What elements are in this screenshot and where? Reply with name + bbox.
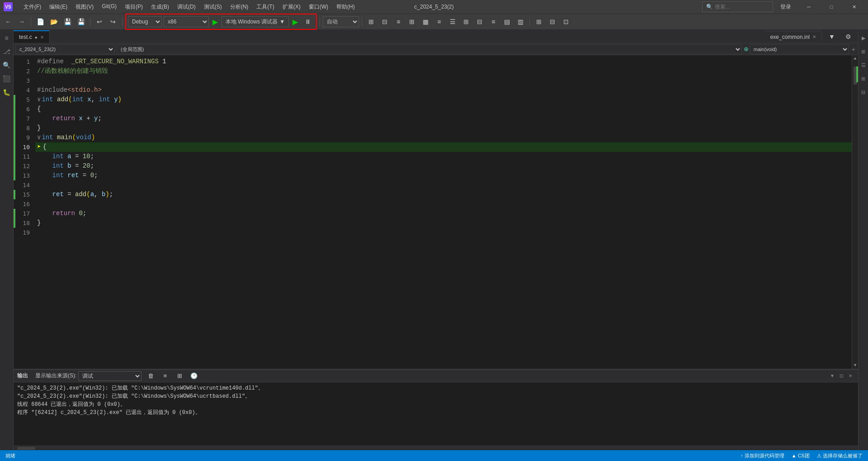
forward-button[interactable]: → [15,15,28,28]
menu-window[interactable]: 窗口(W) [305,1,332,13]
menu-bar: 文件(F) 编辑(E) 视图(V) Git(G) 项目(P) 生成(B) 调试(… [20,1,359,13]
auto-select[interactable]: 自动 [323,16,359,27]
breadcrumb-scope-select[interactable]: (全局范围) [117,44,742,54]
menu-project[interactable]: 项目(P) [121,1,146,13]
menu-test[interactable]: 测试(S) [200,1,226,13]
code-content[interactable]: #define _CRT_SECURE_NO_WARNINGS 1 //函数栈帧… [33,55,852,369]
maximize-button[interactable]: □ [821,0,842,14]
output-time-btn[interactable]: 🕐 [189,371,199,381]
toolbar-btn-8[interactable]: ⊞ [460,15,472,28]
vs-logo: VS [4,2,13,11]
toolbar-btn-9[interactable]: ⊟ [473,15,486,28]
right-sidebar-btn-1[interactable]: ▶ [857,32,868,44]
menu-analyze[interactable]: 分析(N) [226,1,252,13]
toolbar-btn-5[interactable]: ▦ [419,15,432,28]
save-button[interactable]: 💾 [61,15,74,28]
user-login[interactable]: 登录 [777,3,795,11]
menu-file[interactable]: 文件(F) [20,1,45,13]
scroll-down-arrow[interactable]: ▼ [853,362,857,369]
tab-exe-common[interactable]: exe_common.inl ✕ [765,31,822,42]
scroll-track[interactable] [852,62,858,362]
menu-debug[interactable]: 调试(D) [174,1,199,13]
toolbar-btn-10[interactable]: ≡ [487,15,500,28]
tab-exe-common-close[interactable]: ✕ [812,34,816,39]
tb-win-btn-3[interactable]: ⊡ [560,15,572,28]
menu-git[interactable]: Git(G) [98,1,120,13]
toolbar-btn-12[interactable]: ▥ [514,15,527,28]
output-filter-btn[interactable]: ⊞ [174,371,185,381]
title-search-input[interactable] [715,4,769,10]
toolbar-btn-3[interactable]: ≡ [392,15,405,28]
sidebar-debug[interactable]: 🐛 [0,86,13,99]
redo-button[interactable]: ↪ [107,15,119,28]
toolbar-btn-7[interactable]: ☰ [446,15,459,28]
windows-debugger-button[interactable]: 本地 Windows 调试器 ▼ [222,16,289,27]
breadcrumb-function-select[interactable]: main(void) [750,44,849,54]
run-button[interactable]: ▶ [211,18,220,26]
status-ready[interactable]: 就绪 [4,452,17,459]
platform-select[interactable]: x86 x64 ARM [164,16,209,27]
menu-help[interactable]: 帮助(H) [333,1,359,13]
output-clear-btn[interactable]: 🗑 [145,371,156,381]
code-line-12: int b = 20; [35,161,852,171]
status-source-control[interactable]: ↑ 添加到源代码管理 [739,452,786,459]
output-float-btn[interactable]: ⊡ [837,372,845,380]
menu-view[interactable]: 视图(V) [72,1,97,13]
title-bar-left: VS 文件(F) 编辑(E) 视图(V) Git(G) 项目(P) 生成(B) … [4,1,359,13]
menu-tools[interactable]: 工具(T) [253,1,278,13]
right-sidebar-btn-3[interactable]: ☰ [857,59,868,71]
separator-4 [320,17,320,26]
output-wrap-btn[interactable]: ≡ [160,371,170,381]
close-button[interactable]: ✕ [844,0,864,14]
sidebar-search[interactable]: 🔍 [0,59,13,71]
tb-win-btn-2[interactable]: ⊟ [546,15,559,28]
line-number-gutter: 1 2 3 4 5 6 7 8 9 10 11 12 13 14 15 16 1… [15,55,33,369]
ln-9: 9 [15,133,30,142]
right-sidebar-btn-2[interactable]: ⊞ [857,45,868,58]
save-all-button[interactable]: 💾 [75,15,87,28]
tab-test-c-close[interactable]: ✕ [40,35,44,40]
toolbar: ← → 📄 📂 💾 💾 ↩ ↪ Debug Release x86 x64 AR… [0,14,868,30]
toolbar-undo-group: ← → [2,15,28,28]
new-file-button[interactable]: 📄 [34,15,47,28]
toolbar-btn-2[interactable]: ⊟ [378,15,391,28]
breadcrumb-project-select[interactable]: c_2024_5_23(2) [15,44,115,54]
tab-exe-common-label: exe_common.inl [770,34,810,40]
minimize-button[interactable]: ─ [798,0,819,14]
status-cs-team[interactable]: ▲ CS团 [790,452,811,459]
open-file-button[interactable]: 📂 [47,15,60,28]
tab-settings[interactable]: ⚙ [842,30,854,43]
run-outline-button[interactable]: ▶ [291,18,300,26]
sidebar-solution-explorer[interactable]: ≡ [0,32,13,44]
debug-config-select[interactable]: Debug Release [128,16,162,27]
execution-arrow: ➤ [37,142,41,152]
toolbar-btn-6[interactable]: ≡ [433,15,445,28]
status-errors[interactable]: ⚠ 选择存储么被催了 [815,452,864,459]
right-sidebar-btn-4[interactable]: ⊞ [857,72,868,85]
back-button[interactable]: ← [2,15,14,28]
right-scrollbar[interactable]: ▲ ▼ [852,55,858,369]
sidebar-breakpoints[interactable]: ⬛ [0,72,13,85]
menu-edit[interactable]: 编辑(E) [46,1,71,13]
output-hscroll-thumb[interactable] [17,447,35,450]
output-hscrollbar[interactable] [14,446,858,450]
tab-dropdown[interactable]: ▼ [826,30,838,43]
breadcrumb-expand-icon[interactable]: + [851,46,856,53]
menu-extensions[interactable]: 扩展(X) [279,1,304,13]
sidebar-git[interactable]: ⎇ [0,45,13,58]
undo-button[interactable]: ↩ [93,15,106,28]
ln-4: 4 [15,85,30,95]
right-sidebar-btn-5[interactable]: ⊟ [857,86,868,99]
menu-build[interactable]: 生成(B) [147,1,173,13]
output-close-btn[interactable]: ✕ [846,372,854,380]
ln-14: 14 [15,180,30,190]
output-collapse-btn[interactable]: ▼ [828,372,836,380]
toolbar-btn-11[interactable]: ▤ [500,15,513,28]
tb-win-btn-1[interactable]: ⊞ [533,15,545,28]
title-search-box[interactable]: 🔍 [702,1,773,12]
output-source-select[interactable]: 调试 生成 常规 [78,371,142,381]
tab-test-c[interactable]: test.c ● ✕ [14,30,50,43]
toolbar-btn-4[interactable]: ⊞ [406,15,418,28]
pause-button[interactable]: ⏸ [302,15,314,28]
toolbar-btn-1[interactable]: ⊞ [365,15,377,28]
